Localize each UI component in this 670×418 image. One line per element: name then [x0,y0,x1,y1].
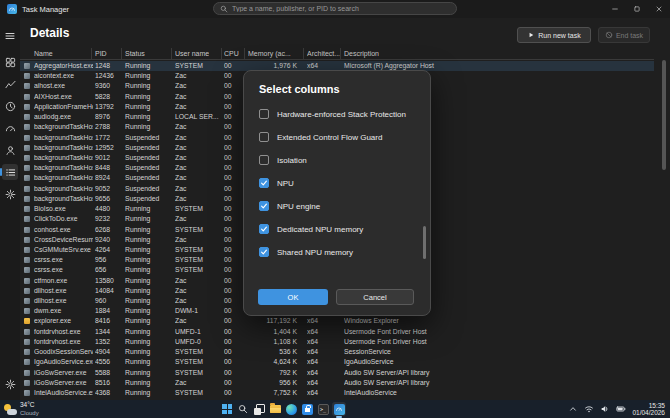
close-button[interactable] [648,0,670,18]
cell-name: backgroundTaskHost... [34,194,93,204]
chevron-up-icon[interactable] [568,404,578,414]
sidebar-item-app-history[interactable] [2,98,18,114]
cell-name: IntelAudioService.ex... [34,388,93,398]
sidebar-item-processes[interactable] [2,54,18,70]
column-option: Shared NPU memory [259,245,353,259]
process-icon [24,298,30,304]
column-separator[interactable] [303,48,304,59]
cell-cpu: 00 [224,204,240,214]
sidebar-item-performance[interactable] [2,76,18,92]
checkbox-checked[interactable] [259,201,269,211]
search-input[interactable] [232,5,450,12]
column-option: Hardware-enforced Stack Protection [259,107,406,121]
taskbar-weather-widget[interactable]: 34°C Cloudy [4,401,39,417]
processes-icon [5,57,16,68]
dialog-scrollbar[interactable] [423,107,426,279]
checkbox-unchecked[interactable] [259,109,269,119]
column-header-desc[interactable]: Description [344,47,379,60]
terminal-icon: >_ [318,404,329,415]
table-scrollbar[interactable] [660,48,668,398]
nav-toggle-button[interactable] [4,30,16,42]
cell-cpu: 00 [224,357,240,367]
taskbar-button-store[interactable] [300,402,314,416]
cell-user: SYSTEM [175,245,221,255]
maximize-button[interactable] [626,0,648,18]
wifi-icon[interactable] [584,404,594,414]
column-header-user[interactable]: User name [175,47,209,60]
table-row[interactable]: fontdrvhost.exe1352RunningUMFD-0001,108 … [20,337,654,347]
cell-pid: 4904 [95,347,122,357]
table-row[interactable]: explorer.exe8416RunningZac00117,192 Kx64… [20,316,654,326]
taskbar-button-start[interactable] [220,402,234,416]
cell-pid: 6268 [95,225,122,235]
column-header-cpu[interactable]: CPU [224,47,239,60]
taskbar-button-edge[interactable] [284,402,298,416]
taskbar-button-terminal[interactable]: >_ [316,402,330,416]
column-header-pid[interactable]: PID [95,47,107,60]
taskbar-button-file-explorer[interactable] [268,402,282,416]
process-icon [24,124,30,130]
option-label: Shared NPU memory [277,248,353,257]
cell-cpu: 00 [224,92,240,102]
checkbox-checked[interactable] [259,247,269,257]
column-header-memory[interactable]: Memory (ac... [248,47,291,60]
cell-user: SYSTEM [175,204,221,214]
minimize-button[interactable] [604,0,626,18]
table-row[interactable]: iGoSwServer.exe8516RunningZac00956 Kx64A… [20,378,654,388]
table-row[interactable]: IgoAudioService.exe4556RunningSYSTEM004,… [20,357,654,367]
sidebar-item-services[interactable] [2,186,18,202]
select-columns-dialog: Select columns OK Cancel Hardware-enforc… [243,70,431,316]
option-label: NPU engine [277,202,320,211]
titlebar[interactable]: Task Manager [0,0,670,18]
process-icon [24,329,30,335]
run-new-task-icon [527,31,535,39]
checkbox-unchecked[interactable] [259,132,269,142]
column-separator[interactable] [91,48,92,59]
cell-pid: 1344 [95,327,122,337]
column-separator[interactable] [121,48,122,59]
column-separator[interactable] [221,48,222,59]
column-separator[interactable] [171,48,172,59]
column-header-status[interactable]: Status [125,47,145,60]
process-icon [24,73,30,79]
cell-user: Zac [175,143,221,153]
column-header-name[interactable]: Name [34,47,53,60]
dialog-scrollbar-thumb[interactable] [423,226,426,259]
run-new-task-button[interactable]: Run new task [517,27,591,43]
checkbox-checked[interactable] [259,178,269,188]
volume-icon[interactable] [600,404,610,414]
checkbox-unchecked[interactable] [259,155,269,165]
taskbar-button-task-view[interactable] [252,402,266,416]
table-scrollbar-thumb[interactable] [662,60,666,170]
taskbar-clock[interactable]: 15:35 01/04/2026 [632,402,665,417]
ok-button[interactable]: OK [258,289,328,305]
cell-user: Zac [175,122,221,132]
cell-status: Running [125,214,171,224]
table-row[interactable]: GoodixSessionServic...4904RunningSYSTEM0… [20,347,654,357]
sidebar-item-settings[interactable] [2,376,18,392]
table-row[interactable]: IntelAudioService.ex...4368RunningSYSTEM… [20,388,654,398]
sidebar-item-users[interactable] [2,142,18,158]
cell-arch: x64 [307,327,339,337]
sidebar-item-details[interactable] [2,164,18,180]
sidebar-item-startup-apps[interactable] [2,120,18,136]
cell-pid: 1772 [95,133,122,143]
cell-cpu: 00 [224,173,240,183]
table-row[interactable]: fontdrvhost.exe1344RunningUMFD-1001,404 … [20,327,654,337]
column-separator[interactable] [244,48,245,59]
cell-status: Running [125,112,171,122]
column-separator[interactable] [340,48,341,59]
cell-cpu: 00 [224,316,240,326]
cell-desc: Windows Explorer [344,316,650,326]
checkbox-checked[interactable] [259,224,269,234]
taskbar-button-task-manager[interactable] [332,402,346,416]
taskbar-button-search[interactable] [236,402,250,416]
column-header-arch[interactable]: Architect... [307,47,340,60]
battery-icon[interactable] [616,404,626,414]
cancel-button[interactable]: Cancel [336,289,414,305]
cell-cpu: 00 [224,378,240,388]
process-icon [24,216,30,222]
table-row[interactable]: iGoSwServer.exe5588RunningSYSTEM00792 Kx… [20,368,654,378]
end-task-button[interactable]: End task [598,27,650,43]
cell-status: Running [125,316,171,326]
